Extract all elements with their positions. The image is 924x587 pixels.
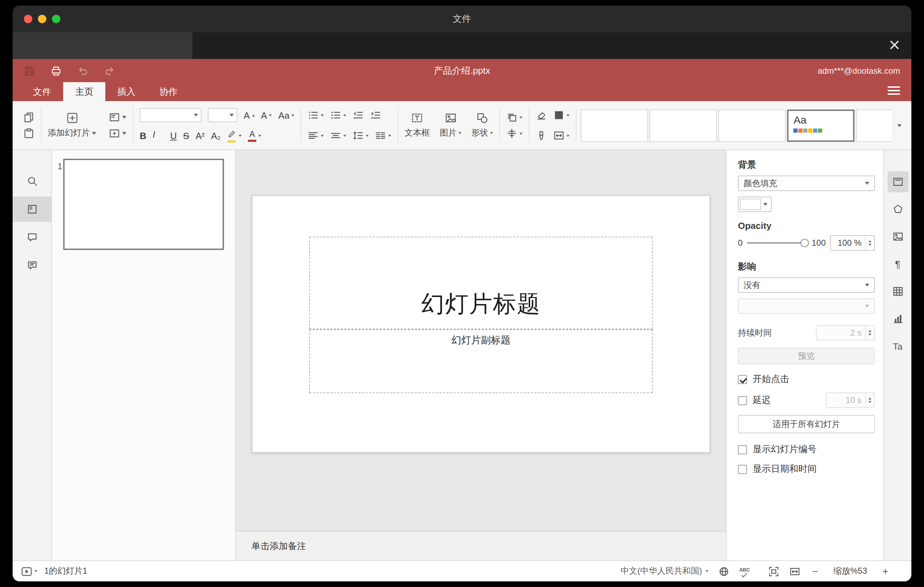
tab-home[interactable]: 主页 [63, 82, 105, 101]
chart-settings-button[interactable] [887, 308, 908, 329]
show-slide-number-checkbox[interactable] [738, 445, 747, 454]
font-name-combobox[interactable] [140, 108, 201, 122]
slide-settings-button[interactable] [887, 171, 908, 192]
opacity-spinbox[interactable]: 100 % [830, 235, 875, 251]
tab-insert[interactable]: 插入 [105, 82, 147, 101]
ribbon-tabs: 文件 主页 插入 协作 [13, 82, 911, 101]
print-button[interactable] [51, 65, 62, 76]
shape-settings-button[interactable] [887, 199, 908, 220]
preview-button[interactable]: 预览 [738, 348, 875, 364]
fill-color-select[interactable] [738, 196, 772, 212]
decrease-font-button[interactable]: A [261, 110, 272, 120]
image-settings-button[interactable] [887, 226, 908, 247]
paragraph-settings-button[interactable]: ¶ [887, 254, 908, 275]
theme-tile[interactable] [719, 109, 786, 142]
table-settings-button[interactable] [887, 281, 908, 302]
slide[interactable]: 幻灯片标题 幻灯片副标题 [252, 195, 710, 453]
insert-image-button[interactable]: 图片 [440, 112, 462, 139]
bullets-button[interactable] [308, 110, 324, 121]
app-window: 文件 [13, 6, 911, 581]
zoom-out-button[interactable]: − [810, 565, 820, 577]
theme-tile[interactable] [581, 109, 648, 142]
copy-button[interactable] [23, 112, 35, 123]
decrease-indent-button[interactable] [353, 110, 364, 121]
insert-shape-label: 形状 [472, 127, 488, 139]
clear-style-button[interactable] [536, 110, 547, 121]
start-slideshow-button[interactable] [109, 128, 126, 139]
toolbar: 添加幻灯片 [13, 101, 911, 150]
tab-collaboration[interactable]: 协作 [147, 82, 190, 101]
search-button[interactable] [13, 168, 51, 194]
paste-button[interactable] [23, 128, 35, 139]
strikeout-button[interactable]: S [183, 131, 189, 140]
text-art-settings-button[interactable]: Ta [887, 336, 908, 357]
notes-area[interactable]: 单击添加备注 [236, 531, 726, 560]
change-case-button[interactable]: Aa [279, 110, 295, 120]
copy-style-button[interactable] [536, 130, 547, 141]
close-traffic-button[interactable] [24, 15, 32, 23]
save-button[interactable] [24, 65, 35, 76]
font-group: A A Aa B I U S A² [134, 107, 301, 143]
start-on-click-checkbox[interactable] [738, 374, 747, 384]
show-date-time-checkbox[interactable] [738, 465, 747, 473]
feedback-button[interactable] [13, 253, 51, 278]
comments-button[interactable] [13, 225, 51, 250]
slide-thumbnails-panel: 1 [52, 150, 236, 560]
italic-button[interactable]: I [153, 130, 164, 141]
slide-size-button[interactable] [554, 130, 570, 141]
theme-gallery-expand-button[interactable] [892, 124, 907, 127]
editing-canvas: 幻灯片标题 幻灯片副标题 单击添加备注 [236, 150, 726, 560]
subtitle-placeholder[interactable]: 幻灯片副标题 [310, 329, 653, 394]
font-color-button[interactable]: A [248, 130, 261, 142]
apply-to-all-slides-button[interactable]: 适用于所有幻灯片 [738, 415, 875, 433]
status-bar: 1的幻灯片1 中文(中华人民共和国) ABC [13, 560, 911, 581]
fit-slide-button[interactable] [768, 566, 779, 577]
title-placeholder[interactable]: 幻灯片标题 [310, 237, 653, 329]
set-language-icon[interactable] [718, 566, 729, 577]
language-select[interactable]: 中文(中华人民共和国) [621, 565, 708, 577]
delay-checkbox[interactable] [738, 396, 747, 405]
insert-textbox-button[interactable]: 文本框 [405, 112, 430, 139]
increase-indent-button[interactable] [370, 110, 381, 121]
opacity-slider-knob[interactable] [800, 239, 809, 247]
menu-icon[interactable] [888, 86, 900, 95]
background-label: 背景 [738, 159, 875, 171]
arrange-shape-button[interactable] [507, 112, 523, 123]
add-slide-button[interactable]: 添加幻灯片 [48, 112, 96, 139]
underline-button[interactable]: U [170, 131, 177, 140]
redo-button[interactable] [104, 65, 115, 76]
insert-shape-button[interactable]: 形状 [472, 112, 493, 139]
columns-button[interactable] [375, 130, 391, 141]
fill-type-select[interactable]: 颜色填充 [738, 176, 875, 191]
align-shape-button[interactable] [507, 128, 523, 139]
minimize-traffic-button[interactable] [38, 15, 46, 23]
zoom-traffic-button[interactable] [52, 15, 60, 23]
opacity-slider[interactable] [747, 242, 807, 244]
duration-label: 持续时间 [738, 327, 772, 339]
effect-select[interactable]: 没有 [738, 277, 875, 293]
bold-button[interactable]: B [140, 131, 147, 140]
start-slideshow-status-button[interactable] [21, 566, 37, 577]
undo-button[interactable] [77, 65, 89, 76]
subscript-button[interactable]: A₂ [211, 131, 221, 140]
tab-file[interactable]: 文件 [21, 82, 63, 101]
slides-panel-button[interactable] [13, 196, 51, 222]
close-icon[interactable] [889, 39, 900, 51]
line-spacing-button[interactable] [353, 130, 369, 141]
horizontal-align-button[interactable] [308, 130, 324, 141]
slide-layout-button[interactable] [109, 112, 126, 123]
spell-check-icon[interactable]: ABC [739, 567, 750, 575]
theme-tile[interactable] [856, 109, 892, 142]
fit-width-button[interactable] [789, 566, 800, 577]
theme-tile-selected[interactable]: Aa [787, 109, 855, 142]
increase-font-button[interactable]: A [244, 110, 254, 120]
highlight-color-button[interactable] [227, 129, 241, 142]
zoom-in-button[interactable]: + [881, 565, 890, 577]
shape-fill-button[interactable] [554, 110, 570, 121]
slide-thumbnail[interactable] [63, 159, 224, 250]
theme-tile[interactable] [650, 109, 717, 142]
font-size-combobox[interactable] [208, 108, 237, 122]
numbering-button[interactable] [330, 110, 346, 121]
vertical-align-button[interactable] [330, 130, 346, 141]
superscript-button[interactable]: A² [196, 131, 205, 140]
